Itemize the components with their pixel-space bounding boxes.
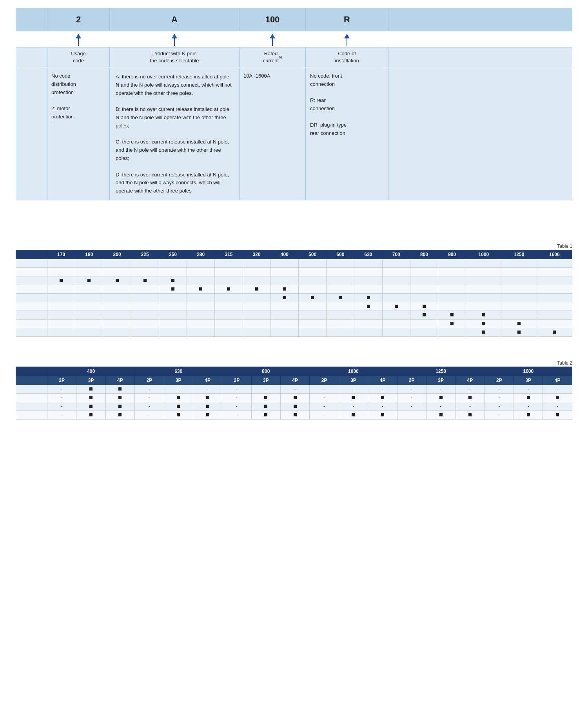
dot (482, 331, 485, 334)
table2-sub-1250-3p: 3P (426, 376, 455, 385)
cell (298, 328, 326, 336)
cell (270, 259, 298, 267)
cell (243, 311, 270, 319)
cell (501, 285, 537, 293)
cell: - (339, 385, 368, 393)
col-usage-desc: No code:distributionprotection2: motorpr… (47, 68, 110, 200)
cell (466, 259, 501, 267)
table2-sub-1600-3p: 3P (514, 376, 543, 385)
table-row (16, 285, 572, 293)
table2-sub-1250-2p: 2P (397, 376, 426, 385)
dot (311, 296, 314, 299)
cell (382, 328, 410, 336)
cell (47, 302, 75, 311)
cell (131, 267, 159, 276)
table2-sub-630-4p: 4P (193, 376, 222, 385)
cell (354, 319, 382, 328)
table2-label: Table 2 (16, 360, 572, 366)
col-right-empty (388, 8, 572, 200)
cell (543, 393, 572, 402)
dot (423, 313, 426, 316)
cell (466, 319, 501, 328)
cell (159, 302, 187, 311)
dot (468, 396, 472, 399)
table1-col-1600: 1600 (537, 250, 572, 259)
cell (410, 259, 438, 267)
cell (410, 267, 438, 276)
cell (187, 319, 215, 328)
cell (410, 302, 438, 311)
col-current: 100 Ratedcurrentb) 10A~1600A (239, 8, 306, 200)
cell (438, 293, 466, 302)
cell (159, 328, 187, 336)
cell: - (514, 385, 543, 393)
cell (243, 293, 270, 302)
table1-col-280: 280 (187, 250, 215, 259)
cell (103, 319, 131, 328)
cell (47, 328, 75, 336)
cell: - (47, 411, 76, 419)
cell (270, 285, 298, 293)
cell (501, 311, 537, 319)
cell (438, 276, 466, 285)
arrow-up-current (270, 34, 275, 46)
table1-col-180: 180 (75, 250, 103, 259)
cell (131, 259, 159, 267)
cell: - (222, 402, 251, 411)
cell (298, 267, 326, 276)
cell (537, 267, 572, 276)
table-row (16, 302, 572, 311)
cell (103, 311, 131, 319)
col-npole-desc: A: there is no over current release inst… (110, 68, 239, 200)
col-npole-header: A (110, 8, 239, 31)
cell (382, 319, 410, 328)
cell (426, 411, 455, 419)
dot (439, 396, 443, 399)
table2-sub-empty (16, 376, 47, 385)
cell: - (310, 402, 339, 411)
cell (298, 311, 326, 319)
cell (270, 276, 298, 285)
cell (187, 311, 215, 319)
arrow-up-npole (172, 34, 177, 46)
table-row (16, 319, 572, 328)
cell (215, 319, 243, 328)
table2-sub-630-2p: 2P (135, 376, 164, 385)
table1-col-170: 170 (47, 250, 75, 259)
table1-left-col-header (16, 250, 47, 259)
cell (159, 267, 187, 276)
dot (206, 405, 209, 408)
cell (327, 267, 354, 276)
cell (298, 302, 326, 311)
cell: - (310, 393, 339, 402)
cell (438, 259, 466, 267)
cell (298, 259, 326, 267)
cell (514, 393, 543, 402)
cell (75, 293, 103, 302)
cell (270, 311, 298, 319)
table2-sub-800-4p: 4P (281, 376, 310, 385)
cell (103, 293, 131, 302)
dot (199, 287, 202, 291)
cell (131, 285, 159, 293)
cell: - (135, 393, 164, 402)
dot (517, 322, 521, 325)
dot (294, 405, 297, 408)
cell (131, 328, 159, 336)
cell (187, 302, 215, 311)
cell: - (193, 385, 222, 393)
cell (215, 267, 243, 276)
cell (105, 411, 134, 419)
cell (327, 319, 354, 328)
row-label (16, 328, 47, 336)
cell (159, 319, 187, 328)
dot (367, 305, 370, 308)
col-installation-header: R (306, 8, 388, 31)
cell (131, 311, 159, 319)
cell (514, 411, 543, 419)
cell (382, 302, 410, 311)
col-npole: A Product with N polethe code is selecta… (110, 8, 239, 200)
table2-group-630: 630 (135, 367, 222, 376)
row-label (16, 402, 47, 411)
col-npole-label: Product with N polethe code is selectabl… (110, 47, 239, 67)
